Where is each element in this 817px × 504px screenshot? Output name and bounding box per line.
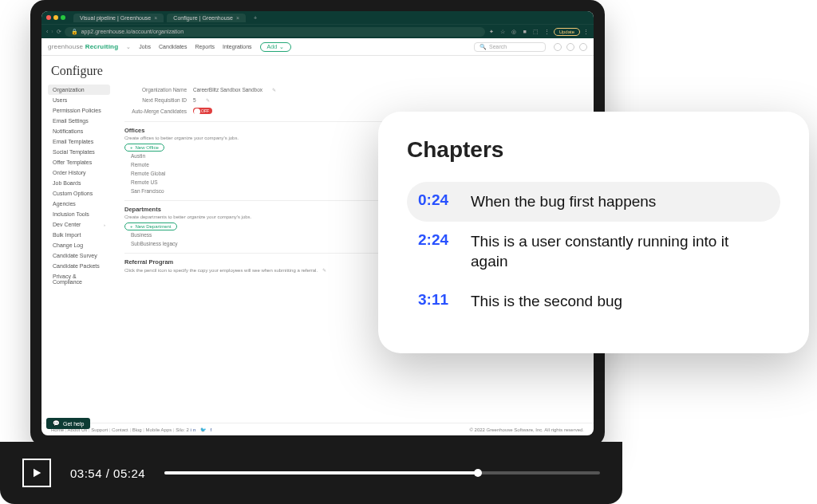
close-tab-icon[interactable]: ×: [236, 15, 239, 21]
address-bar: ‹ › ⟳ 🔒 app2.greenhouse.io/account/organ…: [41, 24, 594, 38]
chapter-item[interactable]: 2:24This is a user constantly running in…: [407, 222, 780, 282]
sidebar: OrganizationUsersPermission PoliciesEmai…: [46, 85, 112, 423]
chapters-heading: Chapters: [407, 137, 780, 163]
sidebar-item[interactable]: Email Templates: [48, 136, 110, 147]
close-window-icon[interactable]: [46, 15, 51, 20]
footer-link[interactable]: Silo: 2: [176, 427, 189, 432]
chat-icon: 💬: [53, 420, 60, 427]
ext-icon[interactable]: ◎: [511, 29, 517, 35]
edit-icon[interactable]: ✎: [206, 97, 210, 103]
sidebar-item[interactable]: Change Log: [48, 240, 110, 250]
sidebar-item[interactable]: Agencies: [48, 199, 110, 209]
search-input[interactable]: 🔍 Search: [474, 42, 546, 52]
edit-icon[interactable]: ✎: [272, 87, 276, 93]
chapter-time: 3:11: [418, 291, 456, 309]
tab-title: Configure | Greenhouse: [173, 15, 233, 21]
copyright: © 2022 Greenhouse Software, Inc. All rig…: [470, 427, 585, 432]
sidebar-item[interactable]: Bulk Import: [48, 230, 110, 240]
social-icons[interactable]: in 🐦 f: [191, 427, 214, 432]
chapters-card: Chapters 0:24When the bug first happens2…: [378, 112, 809, 353]
nav-integrations[interactable]: Integrations: [223, 44, 252, 49]
footer-link[interactable]: Mobile Apps: [146, 427, 176, 432]
nav-candidates[interactable]: Candidates: [159, 44, 187, 49]
browser-menu-icon[interactable]: ⋮: [583, 29, 589, 35]
edit-icon[interactable]: ✎: [322, 268, 326, 273]
chapter-item[interactable]: 3:11This is the second bug: [407, 282, 780, 321]
help-label: Get help: [63, 421, 84, 427]
get-help-button[interactable]: 💬 Get help: [46, 418, 90, 429]
sidebar-item[interactable]: Candidate Survey: [48, 250, 110, 261]
req-id-row: Next Requisition ID 5 ✎: [124, 95, 584, 105]
new-tab-button[interactable]: +: [249, 15, 262, 21]
logo-text: greenhouse: [48, 43, 83, 50]
auto-merge-label: Auto-Merge Candidates: [124, 108, 187, 114]
play-button[interactable]: [22, 459, 51, 487]
url-input[interactable]: 🔒 app2.greenhouse.io/account/organizatio…: [65, 27, 485, 37]
reload-icon[interactable]: ⟳: [57, 29, 61, 35]
sidebar-item[interactable]: Privacy & Compliance: [48, 271, 110, 287]
ext-icon[interactable]: ⋮: [544, 29, 551, 35]
chapter-time: 0:24: [418, 191, 456, 209]
extension-icons: ✦ ☆ ◎ ■ ⬚ ⋮: [488, 29, 551, 35]
chevron-right-icon: ›: [104, 222, 105, 227]
footer-link[interactable]: Support: [91, 427, 112, 432]
sidebar-item[interactable]: Inclusion Tools: [48, 209, 110, 219]
chapter-title: This is a user constantly running into i…: [471, 231, 769, 272]
update-button[interactable]: Update: [554, 28, 580, 36]
minimize-window-icon[interactable]: [53, 15, 58, 20]
new-office-button[interactable]: New Office: [124, 144, 164, 152]
org-name-value: CareerBlitz Sandbox Sandbox: [193, 87, 262, 93]
auto-merge-toggle[interactable]: OFF: [193, 108, 212, 114]
help-icon[interactable]: [579, 43, 587, 51]
sidebar-item[interactable]: Offer Templates: [48, 157, 110, 167]
sidebar-item[interactable]: Email Settings: [48, 116, 110, 126]
org-name-row: Organization Name CareerBlitz Sandbox Sa…: [124, 85, 584, 95]
req-id-value: 5: [193, 97, 196, 103]
page-title: Configure: [41, 56, 594, 85]
sidebar-item[interactable]: Notifications: [48, 126, 110, 136]
chapter-item[interactable]: 0:24When the bug first happens: [407, 182, 780, 222]
nav-back-icon[interactable]: ‹: [46, 29, 48, 34]
nav-forward-icon[interactable]: ›: [51, 29, 53, 34]
chevron-down-icon[interactable]: ⌄: [126, 44, 131, 50]
ext-icon[interactable]: ⬚: [533, 29, 539, 35]
new-department-button[interactable]: New Department: [124, 222, 177, 230]
sidebar-item[interactable]: Custom Options: [48, 188, 110, 199]
maximize-window-icon[interactable]: [61, 15, 65, 20]
footer-link[interactable]: Contact: [112, 427, 132, 432]
add-button[interactable]: Add ⌄: [260, 42, 291, 52]
sidebar-item[interactable]: Organization: [48, 85, 110, 95]
nav-jobs[interactable]: Jobs: [139, 44, 151, 49]
user-icon[interactable]: [566, 43, 574, 51]
logo[interactable]: greenhouse Recruiting: [48, 43, 118, 50]
play-icon: [30, 467, 43, 479]
sidebar-item[interactable]: Job Boards: [48, 178, 110, 188]
add-label: Add: [267, 44, 277, 49]
sidebar-item[interactable]: Candidate Packets: [48, 261, 110, 271]
seek-track[interactable]: [164, 471, 600, 474]
browser-tab-active[interactable]: Configure | Greenhouse ×: [167, 14, 246, 22]
tab-bar: Visual pipeline | Greenhouse × Configure…: [41, 11, 594, 24]
time-display: 03:54 / 05:24: [70, 467, 145, 480]
close-tab-icon[interactable]: ×: [154, 15, 157, 21]
footer-link[interactable]: Blog: [132, 427, 146, 432]
ext-icon[interactable]: ✦: [488, 29, 495, 35]
sidebar-item[interactable]: Dev Center›: [48, 219, 110, 230]
ext-icon[interactable]: ■: [522, 29, 528, 35]
sidebar-item[interactable]: Order History: [48, 167, 110, 178]
sidebar-item[interactable]: Permission Policies: [48, 105, 110, 116]
search-placeholder: Search: [489, 44, 507, 49]
browser-tab[interactable]: Visual pipeline | Greenhouse ×: [73, 14, 164, 22]
sidebar-item[interactable]: Users: [48, 95, 110, 105]
gear-icon[interactable]: [554, 43, 562, 51]
footer: HomeAbout UsSupportContactBlogMobile App…: [41, 423, 594, 435]
tab-title: Visual pipeline | Greenhouse: [80, 15, 151, 21]
logo-accent: Recruiting: [85, 43, 119, 50]
video-player-bar: 03:54 / 05:24: [0, 442, 622, 504]
sidebar-item[interactable]: Social Templates: [48, 147, 110, 157]
chapter-title: When the bug first happens: [471, 191, 656, 212]
org-name-label: Organization Name: [124, 87, 187, 93]
ext-icon[interactable]: ☆: [499, 29, 506, 35]
seek-knob[interactable]: [474, 469, 482, 477]
nav-reports[interactable]: Reports: [195, 44, 215, 49]
